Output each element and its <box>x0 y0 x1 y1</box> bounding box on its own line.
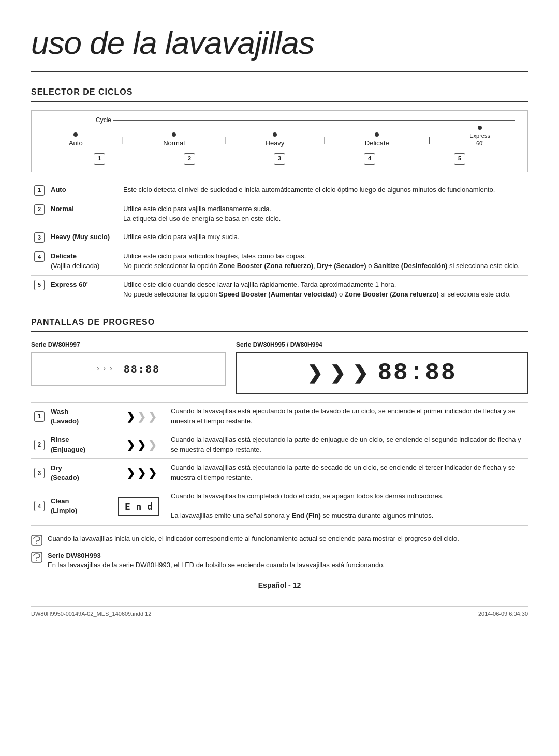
display-block-997: Serie DW80H997 › › › 88:88 <box>31 340 226 386</box>
progress-num-4: 4 <box>31 487 48 526</box>
cycle-row-auto: 1 Auto Este ciclo detecta el nivel de su… <box>31 181 528 200</box>
display1-time: 88:88 <box>124 362 160 376</box>
progress-arrows-dry: ❯ ❯ ❯ <box>115 459 168 487</box>
divider-1: | <box>122 136 124 148</box>
arrow-dry: ❯ ❯ ❯ <box>118 466 165 480</box>
cycle-row-heavy: 3 Heavy (Muy sucio) Utilice este ciclo p… <box>31 228 528 247</box>
cycle-num-1: 1 <box>94 153 105 165</box>
footer-right: 2014-06-09 6:04:30 <box>478 610 528 618</box>
cycle-dot-heavy: Heavy <box>266 132 285 148</box>
cycle-label-auto: Auto <box>48 181 120 200</box>
cycle-desc-table: 1 Auto Este ciclo detecta el nivel de su… <box>31 181 528 304</box>
arrow-3-active-dry: ❯ <box>148 466 157 480</box>
arrow-rinse: ❯ ❯ ❯ <box>118 438 165 452</box>
progress-label-wash: Wash(Lavado) <box>48 403 115 431</box>
progress-table: 1 Wash(Lavado) ❯ ❯ ❯ Cuando la lavavajil… <box>31 402 528 526</box>
cycle-row-delicate: 4 Delicate(Vajilla delicada) Utilice est… <box>31 247 528 276</box>
progress-desc-rinse: Cuando la lavavajillas está ejecutando l… <box>168 431 528 459</box>
badge-2: 2 <box>34 204 45 215</box>
cycle-dot-normal: Normal <box>163 132 185 148</box>
progress-end-display: E n d <box>115 487 168 526</box>
cycle-num-cell-5: 5 <box>31 276 48 304</box>
progress-label-rinse: Rinse(Enjuague) <box>48 431 115 459</box>
display2-arrows: ❯ ❯ ❯ <box>307 360 369 386</box>
progress-arrows-rinse: ❯ ❯ ❯ <box>115 431 168 459</box>
cycle-row-normal: 2 Normal Utilice este ciclo para vajilla… <box>31 200 528 228</box>
arrow-wash: ❯ ❯ ❯ <box>118 409 165 424</box>
badge-5: 5 <box>34 280 45 290</box>
note-2-title: Serie DW80H993 <box>48 552 101 559</box>
dot-normal <box>172 132 176 137</box>
svg-point-3 <box>36 560 37 561</box>
note-icon-2 <box>31 552 42 563</box>
progress-desc-dry: Cuando la lavavajillas está ejecutando l… <box>168 459 528 487</box>
arrow-1-active-rinse: ❯ <box>126 438 135 452</box>
arrow-2-active-dry: ❯ <box>137 466 146 480</box>
progress-label-dry: Dry(Secado) <box>48 459 115 487</box>
note-2-body: En las lavavajillas de la serie DW80H993… <box>48 561 385 569</box>
note-2-text: Serie DW80H993En las lavavajillas de la … <box>48 551 385 571</box>
note-icon-1 <box>31 535 42 546</box>
progress-row-dry: 3 Dry(Secado) ❯ ❯ ❯ Cuando la lavavajill… <box>31 459 528 487</box>
progress-num-2: 2 <box>31 431 48 459</box>
progress-row-clean: 4 Clean(Limpio) E n d Cuando la lavavaji… <box>31 487 528 526</box>
cycle-desc-delicate: Utilice este ciclo para artículos frágil… <box>120 247 528 276</box>
cycle-num-cell-1: 1 <box>31 181 48 200</box>
svg-point-1 <box>36 543 37 544</box>
selector-section: SELECTOR DE CICLOS Cycle Auto | Normal |… <box>31 86 528 304</box>
progress-badge-4: 4 <box>34 501 45 511</box>
progress-displays: Serie DW80H997 › › › 88:88 Serie DW80H99… <box>31 340 528 394</box>
cycle-top-row: Cycle <box>39 116 520 125</box>
cycle-name-normal: Normal <box>163 139 185 148</box>
cycle-numbers-row: 1 2 3 4 5 <box>39 153 520 165</box>
series1-label: Serie DW80H997 <box>31 340 226 349</box>
cycle-label-normal: Normal <box>48 200 120 228</box>
progress-row-wash: 1 Wash(Lavado) ❯ ❯ ❯ Cuando la lavavajil… <box>31 403 528 431</box>
divider-2: | <box>224 136 226 148</box>
cycle-label-delicate: Delicate(Vajilla delicada) <box>48 247 120 276</box>
note-1-text: Cuando la lavavajillas inicia un ciclo, … <box>48 534 459 544</box>
arrow-2-active-rinse: ❯ <box>137 438 146 452</box>
progress-arrows-wash: ❯ ❯ ❯ <box>115 403 168 431</box>
page-footer: DW80H9950-00149A-02_MES_140609.indd 12 2… <box>31 606 528 618</box>
note-2: Serie DW80H993En las lavavajillas de la … <box>31 551 528 571</box>
progress-badge-1: 1 <box>34 411 45 422</box>
arrow-3-inactive-rinse: ❯ <box>148 438 157 452</box>
cycle-name-delicate: Delicate <box>365 139 389 148</box>
cycle-desc-heavy: Utilice este ciclo para vajilla muy suci… <box>120 228 528 247</box>
cycle-label-heavy: Heavy (Muy sucio) <box>48 228 120 247</box>
cycle-num-2: 2 <box>184 153 195 165</box>
cycle-desc-normal: Utilice este ciclo para vajilla medianam… <box>120 200 528 228</box>
badge-3: 3 <box>34 232 45 243</box>
cycle-num-cell-3: 3 <box>31 228 48 247</box>
cycle-desc-express: Utilice este ciclo cuando desee lavar la… <box>120 276 528 304</box>
dot-delicate <box>375 132 379 137</box>
footer-left: DW80H9950-00149A-02_MES_140609.indd 12 <box>31 610 151 618</box>
cycle-name-auto: Auto <box>69 139 83 148</box>
badge-1: 1 <box>34 185 45 196</box>
cycle-diagram: Cycle Auto | Normal | Heavy | Delicate <box>31 110 528 172</box>
cycle-label-express: Express 60' <box>48 276 120 304</box>
progress-desc-wash: Cuando la lavavajillas está ejecutando l… <box>168 403 528 431</box>
note-1: Cuando la lavavajillas inicia un ciclo, … <box>31 534 528 546</box>
display2-time: 88:88 <box>377 357 457 390</box>
cycle-num-5: 5 <box>454 153 465 165</box>
end-indicator: E n d <box>118 497 159 516</box>
progress-heading: PANTALLAS DE PROGRESO <box>31 317 528 332</box>
cycle-num-cell-2: 2 <box>31 200 48 228</box>
cycle-num-4: 4 <box>364 153 375 165</box>
dot-express <box>478 126 482 130</box>
divider-3: | <box>323 136 326 148</box>
arrow-2-inactive-wash: ❯ <box>137 409 146 424</box>
progress-row-rinse: 2 Rinse(Enjuague) ❯ ❯ ❯ Cuando la lavava… <box>31 431 528 459</box>
progress-num-1: 1 <box>31 403 48 431</box>
cycle-dots-row: Auto | Normal | Heavy | Delicate | Expre… <box>39 126 520 148</box>
cycle-name-express: Express60' <box>469 132 490 148</box>
progress-desc-clean: Cuando la lavavajillas ha completado tod… <box>168 487 528 526</box>
cycle-dot-auto: Auto <box>69 132 83 148</box>
display-block-995: Serie DW80H995 / DW80H994 ❯ ❯ ❯ 88:88 <box>236 340 528 394</box>
cycle-desc-auto: Este ciclo detecta el nivel de suciedad … <box>120 181 528 200</box>
cycle-row-express: 5 Express 60' Utilice este ciclo cuando … <box>31 276 528 304</box>
progress-badge-3: 3 <box>34 468 45 478</box>
display1-arrows: › › › <box>97 364 113 374</box>
